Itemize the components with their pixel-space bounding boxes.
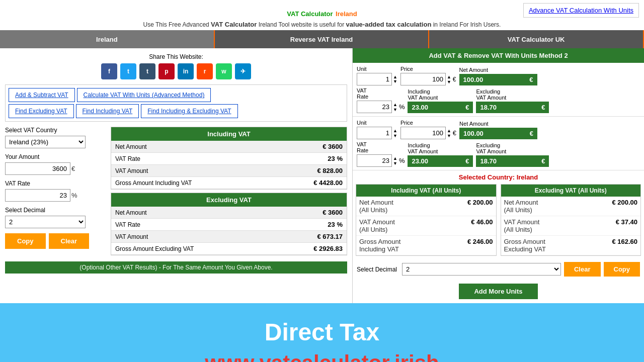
- add-subtract-vat-button[interactable]: Add & Subtract VAT: [9, 88, 75, 102]
- optional-bar: (Optional Other VAT Results) - For The S…: [5, 261, 347, 274]
- vat-rate-input[interactable]: [5, 189, 70, 202]
- unit2-vat-suffix: %: [399, 157, 405, 164]
- title-vat: VAT Calculator: [287, 10, 333, 18]
- unit1-vat-up[interactable]: ▲: [393, 102, 397, 107]
- summary-excl-net-value: € 200.00: [612, 199, 637, 214]
- tumblr-icon[interactable]: t: [139, 63, 155, 79]
- telegram-icon[interactable]: ✈: [235, 63, 251, 79]
- clear-button-right[interactable]: Clear: [564, 262, 601, 277]
- unit1-net-suffix: €: [529, 76, 533, 83]
- calculator-form: Select VAT Country Ireland (23%) Your Am…: [5, 127, 106, 258]
- summary-excl-vat-value: € 37.40: [616, 218, 637, 233]
- unit2-net-suffix: €: [530, 130, 533, 137]
- vat-rate-field-group: VAT Rate %: [5, 180, 106, 202]
- advance-link[interactable]: Advance VAT Calculation With Units: [529, 7, 633, 14]
- unit-row-1: Unit ▲ ▼ Price ▲ ▼: [353, 63, 644, 117]
- incl-net-row: Net Amount € 3600: [111, 141, 347, 153]
- nav-uk[interactable]: VAT Calculator UK: [429, 30, 644, 48]
- excl-rate-label: VAT Rate: [115, 221, 140, 228]
- nav-reverse-vat[interactable]: Reverse VAT Ireland: [215, 30, 430, 48]
- copy-button-right[interactable]: Copy: [604, 262, 640, 277]
- summary-incl-gross-row: Gross AmountIncluding VAT € 246.00: [356, 236, 496, 255]
- title-ireland: Ireland: [336, 10, 357, 18]
- unit2-including-suffix: €: [465, 157, 469, 165]
- unit2-net-value: 100.00: [463, 130, 484, 137]
- add-more-section: Add More Units: [353, 280, 644, 303]
- summary-excl-gross-row: Gross AmountExcluding VAT € 162.60: [501, 236, 641, 255]
- summary-excl-vat-row: VAT Amount(All Units) € 37.40: [501, 216, 641, 236]
- facebook-icon[interactable]: f: [101, 63, 117, 79]
- find-including-vat-button[interactable]: Find Including VAT: [76, 104, 139, 118]
- unit1-unit-down[interactable]: ▼: [393, 79, 397, 84]
- unit2-unit-input[interactable]: [357, 127, 392, 139]
- unit1-price-up[interactable]: ▲: [447, 74, 451, 79]
- unit1-net-value: 100.00: [463, 76, 484, 83]
- unit2-price-suffix: €: [453, 129, 456, 137]
- find-excluding-vat-button[interactable]: Find Excluding VAT: [9, 104, 74, 118]
- excl-gross-row: Gross Amount Excluding VAT € 2926.83: [111, 243, 347, 255]
- unit2-unit-label: Unit: [357, 120, 397, 126]
- excl-gross-label: Gross Amount Excluding VAT: [115, 245, 194, 252]
- unit2-including-display: 23.00 €: [408, 155, 473, 167]
- summary-incl-net-row: Net Amount(All Units) € 200.00: [356, 197, 496, 216]
- clear-button[interactable]: Clear: [49, 233, 90, 249]
- unit1-price-down[interactable]: ▼: [447, 79, 451, 84]
- bottom-controls: Select Decimal 2 Clear Copy: [353, 259, 644, 280]
- unit2-net-display: 100.00 €: [459, 128, 537, 139]
- unit1-including-display: 23.00 €: [408, 102, 473, 113]
- unit2-unit-up[interactable]: ▲: [393, 128, 397, 133]
- selected-country: Selected Country: Ireland: [353, 170, 644, 184]
- pinterest-icon[interactable]: p: [158, 63, 175, 79]
- incl-net-label: Net Amount: [115, 143, 147, 150]
- unit2-price-down[interactable]: ▼: [447, 133, 451, 138]
- decimal-select[interactable]: 2: [5, 216, 86, 228]
- incl-rate-value: 23 %: [328, 155, 343, 162]
- header-description: Use This Free Advanced VAT Calculator Ir…: [0, 21, 644, 28]
- summary-excl-net-label: Net Amount(All Units): [504, 199, 538, 214]
- unit2-unit-down[interactable]: ▼: [393, 133, 397, 138]
- excl-vat-amount-row: VAT Amount € 673.17: [111, 231, 347, 243]
- reddit-icon[interactable]: r: [197, 63, 213, 79]
- calculate-vat-units-button[interactable]: Calculate VAT With Units (Advanced Metho…: [77, 88, 211, 102]
- unit2-excluding-group: ExcludingVAT Amount 18.70 €: [476, 142, 549, 167]
- twitter-icon[interactable]: t: [120, 63, 136, 79]
- add-more-units-button[interactable]: Add More Units: [459, 284, 537, 299]
- share-label: Share This Website:: [0, 53, 352, 60]
- summary-including-header: Including VAT (All Units): [356, 185, 496, 197]
- decimal-select-right[interactable]: 2: [402, 263, 561, 276]
- nav-bar: Ireland Reverse VAT Ireland VAT Calculat…: [0, 30, 644, 48]
- find-including-excluding-vat-button[interactable]: Find Including & Excluding VAT: [141, 104, 237, 118]
- selected-country-name: Ireland: [517, 173, 538, 181]
- excl-vat-value: € 673.17: [317, 233, 343, 240]
- unit2-excluding-label: ExcludingVAT Amount: [476, 142, 549, 154]
- unit1-unit-label: Unit: [357, 66, 397, 72]
- unit1-excluding-group: ExcludingVAT Amount 18.70 €: [476, 88, 549, 113]
- unit1-vat-input[interactable]: [357, 101, 392, 113]
- summary-incl-vat-row: VAT Amount(All Units) € 46.00: [356, 216, 496, 236]
- unit1-vat-group: VATRate ▲ ▼ %: [357, 87, 405, 113]
- unit2-vat-up[interactable]: ▲: [393, 156, 397, 161]
- whatsapp-icon[interactable]: w: [216, 63, 232, 79]
- unit2-price-input[interactable]: [400, 127, 446, 139]
- unit1-including-value: 23.00: [412, 104, 428, 111]
- bottom-url: www.vatcalculator.irish: [10, 351, 634, 362]
- unit1-net-display: 100.00 €: [459, 74, 537, 85]
- unit2-vat-down[interactable]: ▼: [393, 161, 397, 166]
- unit1-price-input[interactable]: [400, 73, 446, 85]
- bottom-banner: Direct Tax www.vatcalculator.irish: [0, 303, 644, 362]
- unit1-vat-down[interactable]: ▼: [393, 107, 397, 112]
- share-section: Share This Website: f t t p in r w ✈: [0, 48, 352, 84]
- unit1-excluding-suffix: €: [541, 104, 545, 111]
- linkedin-icon[interactable]: in: [178, 63, 194, 79]
- unit2-vat-label: VATRate: [357, 141, 405, 153]
- country-select[interactable]: Ireland (23%): [5, 136, 86, 148]
- unit2-excluding-display: 18.70 €: [476, 155, 549, 167]
- copy-button[interactable]: Copy: [5, 233, 46, 249]
- nav-ireland[interactable]: Ireland: [0, 30, 215, 48]
- unit2-vat-input[interactable]: [357, 154, 392, 167]
- unit1-unit-input[interactable]: [357, 73, 392, 85]
- bottom-title: Direct Tax: [10, 318, 634, 346]
- unit2-price-up[interactable]: ▲: [447, 128, 451, 133]
- incl-vat-label: VAT Amount: [115, 167, 148, 174]
- amount-input[interactable]: [5, 162, 70, 175]
